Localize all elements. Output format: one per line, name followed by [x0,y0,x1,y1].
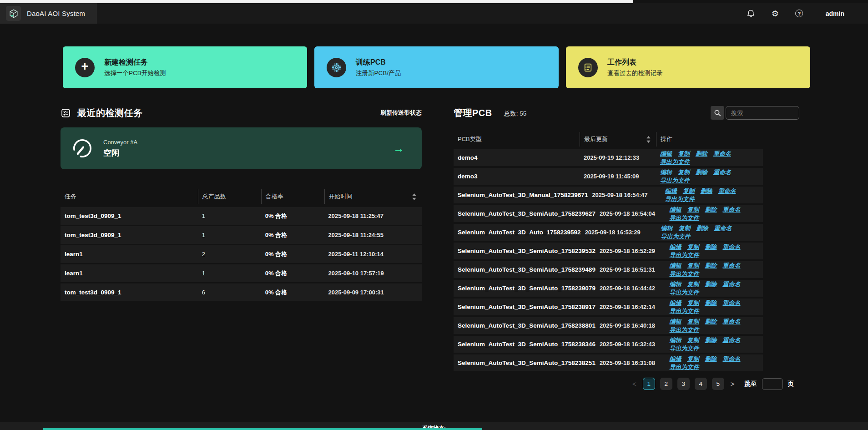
copy-link[interactable]: 复制 [687,206,699,213]
rename-link[interactable]: 重命名 [714,225,732,232]
notifications-bell-icon[interactable] [747,9,756,18]
col-task[interactable]: 任务 [61,189,198,204]
col-pass-rate[interactable]: 合格率 [261,189,324,204]
task-row[interactable]: tom_test3d_0909_110% 合格2025-09-18 11:24:… [61,226,422,244]
task-row[interactable]: learn120% 合格2025-09-11 12:10:14 [61,245,422,263]
copy-link[interactable]: 复制 [687,299,699,306]
next-page-button[interactable]: > [729,380,736,388]
train-pcb-card[interactable]: 训练PCB 注册新PCB/产品 [314,46,559,88]
export-link[interactable]: 导出为文件 [661,233,691,240]
delete-link[interactable]: 删除 [705,206,717,213]
rename-link[interactable]: 重命名 [718,187,736,194]
edit-link[interactable]: 编辑 [669,281,681,288]
delete-link[interactable]: 删除 [705,318,717,325]
export-link[interactable]: 导出为文件 [669,326,699,333]
copy-link[interactable]: 复制 [687,243,699,250]
page-button-1[interactable]: 1 [643,378,655,390]
copy-link[interactable]: 复制 [683,187,695,194]
export-link[interactable]: 导出为文件 [669,308,699,314]
col-last-updated[interactable]: 最后更新 [580,132,656,147]
edit-link[interactable]: 编辑 [669,299,681,306]
pcb-row[interactable]: Selenium_AutoTest_3D_Auto_17582395922025… [454,224,763,241]
export-link[interactable]: 导出为文件 [669,214,699,221]
edit-link[interactable]: 编辑 [665,187,677,194]
search-button[interactable] [711,106,724,120]
copy-link[interactable]: 复制 [678,150,690,157]
rename-link[interactable]: 重命名 [713,150,731,157]
delete-link[interactable]: 删除 [705,281,717,288]
delete-link[interactable]: 删除 [701,187,712,194]
delete-link[interactable]: 删除 [696,225,708,232]
export-link[interactable]: 导出为文件 [660,177,690,184]
delete-link[interactable]: 删除 [705,299,717,306]
refresh-conveyor-link[interactable]: 刷新传送带状态 [380,109,422,117]
export-link[interactable]: 导出为文件 [669,364,699,370]
copy-link[interactable]: 复制 [687,281,699,288]
edit-link[interactable]: 编辑 [669,337,681,344]
delete-link[interactable]: 删除 [705,355,717,362]
sort-icon[interactable] [646,136,651,143]
rename-link[interactable]: 重命名 [722,318,740,325]
rename-link[interactable]: 重命名 [722,206,740,213]
export-link[interactable]: 导出为文件 [669,252,699,258]
export-link[interactable]: 导出为文件 [660,158,690,165]
edit-link[interactable]: 编辑 [669,262,681,269]
rename-link[interactable]: 重命名 [722,243,740,250]
pcb-row[interactable]: Selenium_AutoTest_3D_SemiAuto_1758238346… [454,336,763,353]
pcb-row[interactable]: Selenium_AutoTest_3D_SemiAuto_1758239489… [454,261,763,278]
pcb-row[interactable]: Selenium_AutoTest_3D_Manual_175823967120… [454,187,763,203]
col-pcb-type[interactable]: PCB类型 [454,132,580,147]
task-row[interactable]: tom_test3d_0909_160% 合格2025-09-09 17:00:… [61,283,422,301]
copy-link[interactable]: 复制 [687,318,699,325]
copy-link[interactable]: 复制 [679,225,691,232]
pcb-row[interactable]: Selenium_AutoTest_3D_SemiAuto_1758239532… [454,243,763,259]
username[interactable]: admin [826,10,844,17]
new-inspection-card[interactable]: + 新建检测任务 选择一个PCB开始检测 [63,46,307,88]
edit-link[interactable]: 编辑 [669,243,681,250]
help-icon[interactable]: ? [795,9,804,18]
export-link[interactable]: 导出为文件 [669,345,699,352]
task-row[interactable]: tom_test3d_0909_110% 合格2025-09-18 11:25:… [61,207,422,225]
rename-link[interactable]: 重命名 [722,355,740,362]
delete-link[interactable]: 删除 [705,262,717,269]
page-button-2[interactable]: 2 [660,378,672,390]
page-button-5[interactable]: 5 [712,378,724,390]
pcb-row[interactable]: Selenium_AutoTest_3D_SemiAuto_1758238251… [454,354,763,371]
copy-link[interactable]: 复制 [687,262,699,269]
edit-link[interactable]: 编辑 [660,150,672,157]
edit-link[interactable]: 编辑 [669,355,681,362]
export-link[interactable]: 导出为文件 [669,289,699,296]
pcb-row[interactable]: demo42025-09-19 12:12:33编辑复制删除重命名导出为文件 [454,149,763,166]
pcb-row[interactable]: Selenium_AutoTest_3D_SemiAuto_1758238801… [454,317,763,334]
delete-link[interactable]: 删除 [705,243,717,250]
edit-link[interactable]: 编辑 [669,318,681,325]
export-link[interactable]: 导出为文件 [669,270,699,277]
rename-link[interactable]: 重命名 [722,337,740,344]
delete-link[interactable]: 删除 [696,169,707,176]
delete-link[interactable]: 删除 [705,337,717,344]
copy-link[interactable]: 复制 [678,169,690,176]
page-button-4[interactable]: 4 [695,378,707,390]
pcb-row[interactable]: Selenium_AutoTest_3D_SemiAuto_1758239627… [454,205,763,222]
rename-link[interactable]: 重命名 [722,262,740,269]
rename-link[interactable]: 重命名 [722,281,740,288]
task-row[interactable]: learn110% 合格2025-09-10 17:57:19 [61,264,422,282]
worklist-card[interactable]: 工作列表 查看过去的检测记录 [566,46,810,88]
col-total[interactable]: 总产品数 [198,189,261,204]
pcb-row[interactable]: demo32025-09-19 11:45:09编辑复制删除重命名导出为文件 [454,168,763,185]
export-link[interactable]: 导出为文件 [665,196,695,202]
copy-link[interactable]: 复制 [687,337,699,344]
brand[interactable]: DaoAI AOI System [0,3,97,24]
copy-link[interactable]: 复制 [687,355,699,362]
arrow-right-icon[interactable]: → [393,143,404,154]
rename-link[interactable]: 重命名 [722,299,740,306]
edit-link[interactable]: 编辑 [669,206,681,213]
edit-link[interactable]: 编辑 [661,225,673,232]
rename-link[interactable]: 重命名 [713,169,731,176]
sort-icon[interactable] [412,193,416,200]
page-button-3[interactable]: 3 [677,378,690,390]
settings-gear-icon[interactable]: ⚙ [771,9,780,18]
pcb-row[interactable]: Selenium_AutoTest_3D_SemiAuto_1758239079… [454,280,763,297]
search-input[interactable] [726,106,799,120]
edit-link[interactable]: 编辑 [660,169,672,176]
